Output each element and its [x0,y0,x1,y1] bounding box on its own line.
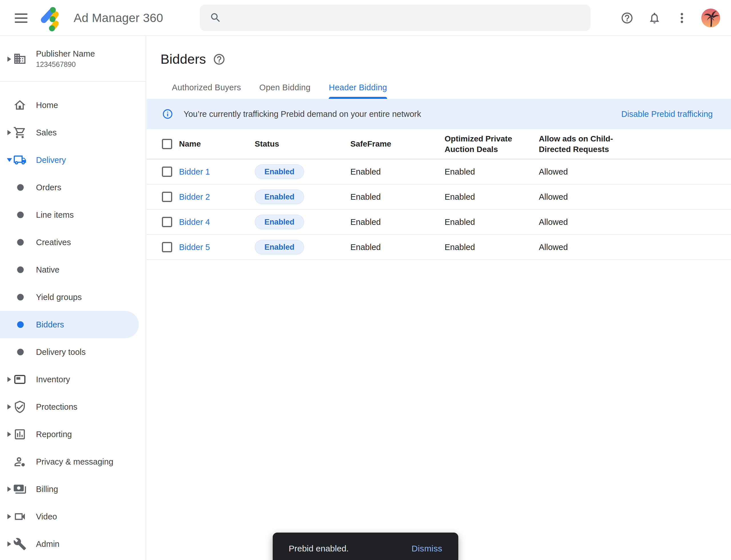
sidebar-item-native[interactable]: Native [0,256,146,283]
page-head: Bidders [161,51,731,67]
sidebar-item-home[interactable]: Home [0,91,146,119]
expand-caret-icon [7,541,11,547]
bidder-link[interactable]: Bidder 1 [179,167,210,176]
prebid-info-banner: You’re currently trafficking Prebid dema… [147,99,731,129]
expand-caret-icon [7,404,11,409]
bidder-link[interactable]: Bidder 2 [179,192,210,201]
sidebar-item-protections[interactable]: Protections [0,393,146,421]
row-checkbox[interactable] [162,167,172,177]
bullet-dot-icon [17,212,24,218]
bullet-dot-icon [17,321,24,328]
tab-header-bidding[interactable]: Header Bidding [329,76,387,99]
bullet-dot-icon [17,267,24,273]
sidebar-items: Home Sales Delivery Orders Line items [0,82,146,558]
column-header-name: Name [179,139,255,149]
help-icon[interactable] [619,10,635,26]
status-badge: Enabled [255,240,304,255]
search-icon [210,12,222,24]
account-avatar[interactable] [701,9,720,27]
delivery-truck-icon [13,153,27,167]
topbar-actions [619,0,720,36]
toast-message: Prebid enabled. [289,544,349,553]
row-checkbox[interactable] [162,217,172,227]
bar-chart-report-icon [13,428,27,441]
menu-icon[interactable] [15,11,28,25]
page-title: Bidders [161,51,206,67]
column-header-child-directed: Allow ads on Child-Directed Requests [539,133,619,155]
tab-authorized-buyers[interactable]: Authorized Buyers [172,76,241,99]
ad-manager-logo-icon [41,3,59,31]
dismiss-button[interactable]: Dismiss [411,544,442,553]
expand-caret-icon [7,377,11,382]
sidebar-item-line-items[interactable]: Line items [0,201,146,229]
publisher-name: Publisher Name [36,48,95,59]
bullet-dot-icon [17,239,24,246]
publisher-switcher[interactable]: Publisher Name 1234567890 [0,36,146,82]
table-row-bidder-4: Bidder 4 Enabled Enabled Enabled Allowed [147,210,731,235]
expand-caret-icon [7,130,11,135]
sidebar-item-sales[interactable]: Sales [0,119,146,146]
child-directed-value: Allowed [539,217,731,227]
palm-tree-icon [701,9,720,27]
search-bar[interactable] [200,5,590,31]
bullet-dot-icon [17,184,24,191]
expand-caret-icon [7,514,11,519]
sidebar-item-reporting[interactable]: Reporting [0,421,146,448]
sidebar-item-billing[interactable]: Billing [0,475,146,503]
status-badge: Enabled [255,189,304,204]
tab-open-bidding[interactable]: Open Bidding [259,76,311,99]
search-input[interactable] [229,5,582,31]
column-header-status: Status [255,139,351,149]
column-header-optimized-deals: Optimized Private Auction Deals [444,133,524,155]
expand-caret-icon [7,432,11,437]
row-checkbox[interactable] [162,192,172,202]
notifications-bell-icon[interactable] [646,10,662,26]
optimized-deals-value: Enabled [444,192,539,202]
bidders-table: Name Status SafeFrame Optimized Private … [147,129,731,260]
bullet-dot-icon [17,294,24,301]
page-help-icon[interactable] [213,53,226,66]
table-row-bidder-5: Bidder 5 Enabled Enabled Enabled Allowed [147,235,731,260]
sidebar-item-admin[interactable]: Admin [0,530,146,558]
app-title: Ad Manager 360 [74,0,163,36]
status-badge: Enabled [255,215,304,229]
video-camera-icon [13,510,27,523]
top-bar: Ad Manager 360 [0,0,731,36]
bullet-dot-icon [17,349,24,355]
sidebar-item-inventory[interactable]: Inventory [0,366,146,393]
optimized-deals-value: Enabled [444,217,539,227]
more-vert-kebab-icon[interactable] [674,10,690,26]
ad-manager-app: Ad Manager 360 [0,0,731,560]
table-row-bidder-2: Bidder 2 Enabled Enabled Enabled Allowed [147,185,731,210]
child-directed-value: Allowed [539,243,731,252]
row-checkbox[interactable] [162,242,172,252]
bidder-link[interactable]: Bidder 5 [179,243,210,252]
tab-bar: Authorized Buyers Open Bidding Header Bi… [172,76,731,99]
safeframe-value: Enabled [351,192,444,202]
sidebar-item-delivery-tools[interactable]: Delivery tools [0,338,146,366]
shopping-cart-icon [13,126,27,139]
publisher-id: 1234567890 [36,59,95,69]
bidder-link[interactable]: Bidder 4 [179,217,210,227]
sidebar-item-delivery[interactable]: Delivery [0,146,146,174]
sidebar-item-privacy-messaging[interactable]: Privacy & messaging [0,448,146,475]
home-icon [13,99,27,112]
optimized-deals-value: Enabled [444,167,539,177]
sidebar-item-orders[interactable]: Orders [0,174,146,201]
child-directed-value: Allowed [539,167,731,177]
expand-caret-icon [7,487,11,492]
building-icon [13,52,27,65]
expand-caret-icon [7,57,11,62]
sidebar-item-yield-groups[interactable]: Yield groups [0,283,146,311]
disable-prebid-trafficking-link[interactable]: Disable Prebid trafficking [621,109,713,119]
table-header-row: Name Status SafeFrame Optimized Private … [147,129,731,159]
column-header-safeframe: SafeFrame [351,139,444,149]
child-directed-value: Allowed [539,192,731,202]
payments-bill-icon [13,483,27,496]
select-all-checkbox[interactable] [162,139,172,149]
sidebar-item-bidders[interactable]: Bidders [0,311,139,338]
snackbar-toast: Prebid enabled. Dismiss [273,533,458,560]
sidebar-item-video[interactable]: Video [0,503,146,530]
publisher-info: Publisher Name 1234567890 [36,48,95,69]
sidebar-item-creatives[interactable]: Creatives [0,229,146,256]
